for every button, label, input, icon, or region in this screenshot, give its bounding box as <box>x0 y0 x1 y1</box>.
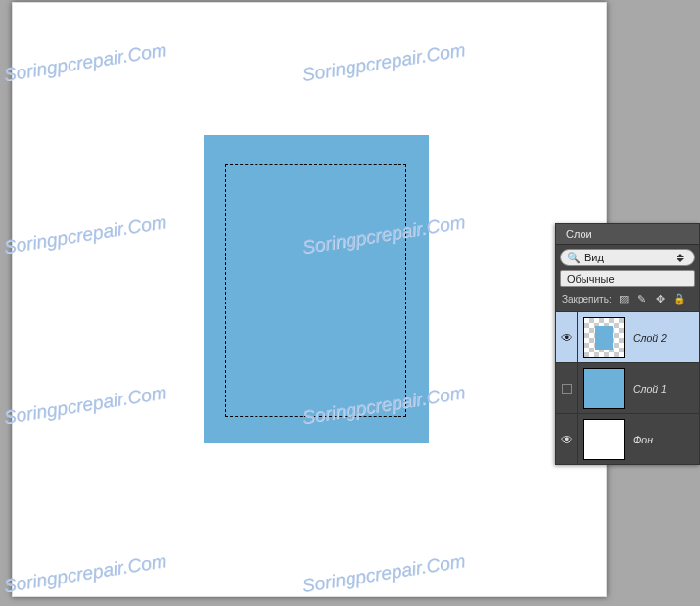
lock-brush-icon[interactable]: ✎ <box>635 292 649 305</box>
layer-name[interactable]: Слой 2 <box>630 332 699 344</box>
eye-icon: 👁 <box>561 433 573 446</box>
visibility-toggle[interactable]: 👁 <box>556 414 578 464</box>
eye-icon: 👁 <box>561 331 573 345</box>
layer-row[interactable]: Слой 1 <box>556 362 699 413</box>
document-canvas[interactable]: Soringpcrepair.Com Soringpcrepair.Com So… <box>13 3 606 596</box>
watermark: Soringpcrepair.Com <box>2 39 168 86</box>
stepper-icon[interactable] <box>677 250 688 265</box>
blend-mode-select[interactable]: Обычные <box>560 270 695 287</box>
lock-row: Закрепить: ▨ ✎ ✥ 🔒 <box>560 290 695 309</box>
watermark: Soringpcrepair.Com <box>2 382 168 429</box>
layer-name[interactable]: Слой 1 <box>630 383 699 395</box>
layers-filter-label: Вид <box>584 252 604 263</box>
search-icon: 🔍 <box>567 253 581 263</box>
layers-filter-kind[interactable]: 🔍 Вид <box>560 249 695 266</box>
layer-row[interactable]: 👁 Фон <box>556 413 699 464</box>
layer-thumbnail[interactable] <box>582 367 627 410</box>
watermark: Soringpcrepair.Com <box>2 211 168 258</box>
layers-filter-row: 🔍 Вид <box>560 249 695 266</box>
canvas-wrap: Soringpcrepair.Com Soringpcrepair.Com So… <box>12 2 607 597</box>
visibility-off-icon <box>562 384 572 394</box>
watermark: Soringpcrepair.Com <box>301 39 467 86</box>
lock-move-icon[interactable]: ✥ <box>654 292 668 305</box>
layers-panel-tab[interactable]: Слои <box>556 224 699 245</box>
watermark: Soringpcrepair.Com <box>301 550 467 597</box>
visibility-toggle[interactable] <box>556 363 578 413</box>
watermark: Soringpcrepair.Com <box>2 550 168 597</box>
lock-transparency-icon[interactable]: ▨ <box>617 292 630 305</box>
layer-list: 👁 Слой 2 Слой 1 👁 Фон <box>556 311 699 464</box>
layers-panel: Слои 🔍 Вид Обычные Закрепить: ▨ ✎ ✥ 🔒 <box>555 223 700 465</box>
selection-marquee[interactable] <box>225 164 406 417</box>
lock-label: Закрепить: <box>562 294 612 304</box>
layer-name[interactable]: Фон <box>630 434 699 445</box>
blend-mode-label: Обычные <box>567 273 615 285</box>
layers-panel-body: 🔍 Вид Обычные Закрепить: ▨ ✎ ✥ 🔒 <box>556 245 699 311</box>
layer-thumbnail[interactable] <box>582 418 627 461</box>
layer-thumbnail[interactable] <box>582 316 627 359</box>
lock-all-icon[interactable]: 🔒 <box>673 292 686 305</box>
visibility-toggle[interactable]: 👁 <box>556 312 578 362</box>
layer-row[interactable]: 👁 Слой 2 <box>556 311 699 362</box>
